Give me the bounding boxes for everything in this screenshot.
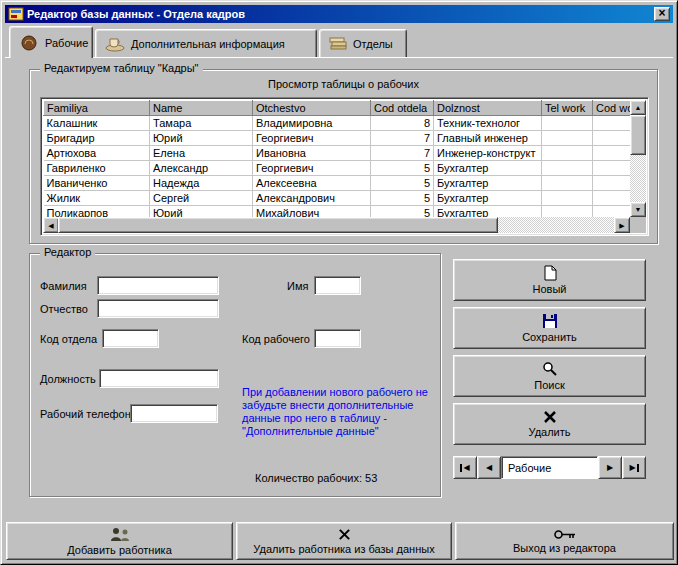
grid-cell[interactable]: 8 — [371, 116, 434, 131]
tab-departments[interactable]: Отделы — [319, 29, 407, 57]
grid-cell[interactable] — [542, 191, 593, 206]
grid-cell[interactable] — [593, 176, 631, 191]
scroll-right-icon[interactable]: ▶ — [614, 217, 630, 233]
table-row[interactable]: ЖиликСергейАлександрович5Бухгалтер — [44, 191, 631, 206]
grid-cell[interactable]: 5 — [371, 206, 434, 218]
grid-cell[interactable]: Сергей — [150, 191, 253, 206]
grid-cell[interactable]: Александрович — [253, 191, 371, 206]
grid-cell[interactable]: Инженер-конструкт — [434, 146, 542, 161]
grid-cell[interactable] — [542, 206, 593, 218]
tab-workers[interactable]: Рабочие — [9, 26, 93, 58]
tab-additional-info[interactable]: Дополнительная информация — [95, 29, 317, 57]
grid-cell[interactable]: Юрий — [150, 131, 253, 146]
dept-code-input[interactable] — [102, 329, 159, 348]
workers-count-value: 53 — [365, 472, 377, 484]
grid-cell[interactable]: 5 — [371, 176, 434, 191]
grid-cell[interactable]: Бухгалтер — [434, 191, 542, 206]
grid-cell[interactable]: Жилик — [44, 191, 150, 206]
grid-cell[interactable]: Калашник — [44, 116, 150, 131]
nav-next-button[interactable]: ▶ — [598, 456, 622, 479]
table-row[interactable]: ПоликарповЮрийМихайлович5Бухгалтер — [44, 206, 631, 218]
grid-cell[interactable] — [542, 116, 593, 131]
grid-cell[interactable]: Бухгалтер — [434, 161, 542, 176]
grid-cell[interactable]: 5 — [371, 191, 434, 206]
table-row[interactable]: БригадирЮрийГеоргиевич7Главный инженер — [44, 131, 631, 146]
grid-cell[interactable]: Главный инженер — [434, 131, 542, 146]
grid-cell[interactable]: Юрий — [150, 206, 253, 218]
grid-cell[interactable] — [593, 146, 631, 161]
grid-cell[interactable]: Георгиевич — [253, 131, 371, 146]
new-button[interactable]: Новый — [453, 259, 646, 301]
grid-cell[interactable] — [593, 131, 631, 146]
position-input[interactable] — [99, 369, 219, 388]
window-titlebar[interactable]: Редактор базы данных - Отдела кадров × — [5, 5, 673, 23]
add-worker-button[interactable]: Добавить работника — [6, 522, 233, 560]
surname-input[interactable] — [97, 276, 219, 295]
worker-code-input[interactable] — [314, 329, 361, 348]
nav-last-button[interactable]: ▶ — [622, 456, 646, 479]
grid-column-header[interactable]: Tel work — [542, 101, 593, 116]
grid-horizontal-scrollbar[interactable]: ◀ ▶ — [43, 217, 630, 233]
grid-cell[interactable]: Артюхова — [44, 146, 150, 161]
grid-cell[interactable] — [542, 161, 593, 176]
grid-cell[interactable]: 7 — [371, 131, 434, 146]
grid-cell[interactable] — [542, 146, 593, 161]
grid-column-header[interactable]: Name — [150, 101, 253, 116]
search-button[interactable]: Поиск — [453, 355, 646, 397]
grid-cell[interactable] — [593, 116, 631, 131]
grid-column-header[interactable]: Cod otdela — [371, 101, 434, 116]
nav-first-button[interactable]: ◀ — [453, 456, 477, 479]
horizontal-scroll-thumb[interactable] — [58, 217, 498, 233]
grid-cell[interactable] — [593, 191, 631, 206]
table-row[interactable]: ИваниченкоНадеждаАлексеевна5Бухгалтер — [44, 176, 631, 191]
grid-cell[interactable] — [593, 161, 631, 176]
vertical-scroll-thumb[interactable] — [630, 115, 646, 155]
editor-groupbox-title: Редактор — [40, 246, 95, 258]
patronymic-input[interactable] — [97, 299, 219, 318]
grid-cell[interactable]: Бухгалтер — [434, 206, 542, 218]
close-button[interactable]: × — [654, 7, 670, 21]
grid-column-header[interactable]: Dolznost — [434, 101, 542, 116]
grid-cell[interactable]: Владимировна — [253, 116, 371, 131]
grid-cell[interactable]: Александр — [150, 161, 253, 176]
grid-cell[interactable]: Поликарпов — [44, 206, 150, 218]
grid-cell[interactable]: Иваниченко — [44, 176, 150, 191]
workers-grid[interactable]: FamiliyaNameOtchestvoCod otdelaDolznostT… — [40, 97, 649, 236]
save-button[interactable]: Сохранить — [453, 307, 646, 349]
grid-cell[interactable]: Ивановна — [253, 146, 371, 161]
nav-prev-button[interactable]: ◀ — [477, 456, 501, 479]
exit-editor-button[interactable]: Выход из редактора — [455, 522, 674, 560]
grid-cell[interactable]: Алексеевна — [253, 176, 371, 191]
grid-cell[interactable]: 7 — [371, 146, 434, 161]
phone-input[interactable] — [130, 404, 218, 423]
grid-cell[interactable]: 5 — [371, 161, 434, 176]
editor-groupbox: Редактор Фамилия Имя Отчество Код отдела… — [29, 253, 441, 497]
grid-cell[interactable] — [542, 131, 593, 146]
grid-vertical-scrollbar[interactable]: ▲ ▼ — [630, 100, 646, 217]
grid-cell[interactable] — [542, 176, 593, 191]
table-row[interactable]: АртюховаЕленаИвановна7Инженер-конструкт — [44, 146, 631, 161]
table-row[interactable]: ГавриленкоАлександрГеоргиевич5Бухгалтер — [44, 161, 631, 176]
grid-column-header[interactable]: Otchestvo — [253, 101, 371, 116]
grid-cell[interactable]: Надежда — [150, 176, 253, 191]
scroll-up-icon[interactable]: ▲ — [630, 100, 646, 115]
firstname-input[interactable] — [314, 276, 361, 295]
grid-cell[interactable]: Бригадир — [44, 131, 150, 146]
grid-cell[interactable]: Гавриленко — [44, 161, 150, 176]
delete-button[interactable]: Удалить — [453, 403, 646, 445]
grid-cell[interactable]: Елена — [150, 146, 253, 161]
scroll-down-icon[interactable]: ▼ — [630, 202, 646, 217]
grid-cell[interactable]: Георгиевич — [253, 161, 371, 176]
scroll-left-icon[interactable]: ◀ — [43, 217, 59, 233]
remove-worker-button[interactable]: Удалить работника из базы данных — [236, 522, 452, 560]
grid-cell[interactable]: Техник-технолог — [434, 116, 542, 131]
grid-cell[interactable]: Бухгалтер — [434, 176, 542, 191]
grid-cell[interactable]: Тамара — [150, 116, 253, 131]
additional-info-tab-icon — [104, 36, 126, 52]
grid-column-header[interactable]: Familiya — [44, 101, 150, 116]
add-worker-people-icon — [108, 527, 132, 542]
grid-column-header[interactable]: Cod wor — [593, 101, 631, 116]
grid-cell[interactable]: Михайлович — [253, 206, 371, 218]
grid-cell[interactable] — [593, 206, 631, 218]
table-row[interactable]: КалашникТамараВладимировна8Техник-технол… — [44, 116, 631, 131]
